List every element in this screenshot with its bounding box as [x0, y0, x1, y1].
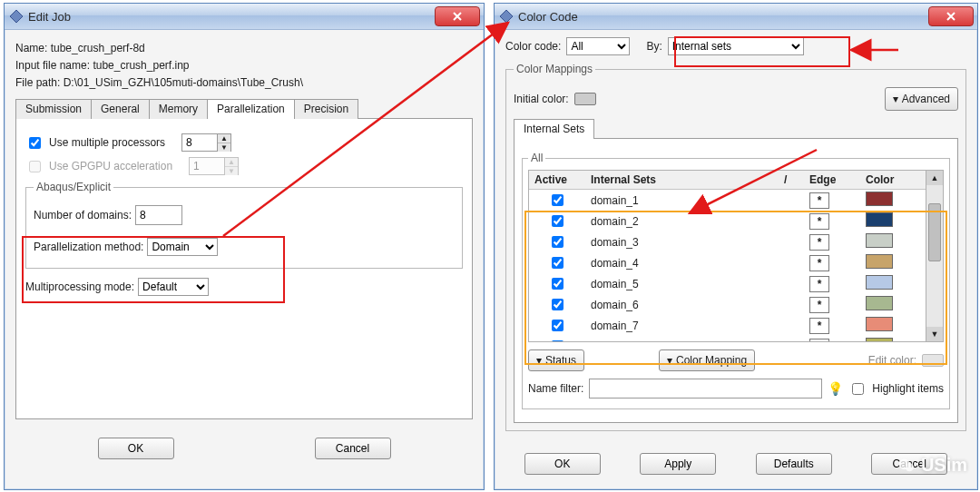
color-swatch[interactable]: [866, 233, 893, 248]
app-icon: [8, 10, 24, 23]
status-button[interactable]: ▾ Status: [528, 349, 584, 371]
col-internal-sets[interactable]: Internal Sets: [585, 171, 779, 190]
edge-style-button[interactable]: *: [809, 276, 829, 292]
scroll-down-icon[interactable]: ▼: [926, 327, 943, 341]
active-checkbox[interactable]: [552, 236, 564, 248]
edit-job-ok-button[interactable]: OK: [98, 438, 174, 459]
color-code-close-button[interactable]: [928, 6, 974, 26]
color-swatch[interactable]: [866, 338, 893, 341]
set-name-cell: domain_4: [585, 252, 779, 273]
color-swatch[interactable]: [866, 192, 893, 206]
table-row[interactable]: domain 8*: [529, 336, 926, 341]
color-swatch[interactable]: [866, 212, 893, 227]
col-color[interactable]: Color: [860, 171, 926, 190]
active-checkbox[interactable]: [552, 194, 564, 206]
active-checkbox[interactable]: [552, 320, 564, 331]
col-slash[interactable]: /: [779, 171, 804, 190]
tab-submission[interactable]: Submission: [15, 99, 92, 119]
active-checkbox[interactable]: [552, 278, 564, 290]
initial-color-swatch[interactable]: [574, 93, 596, 105]
active-checkbox[interactable]: [552, 215, 564, 227]
use-multiple-processors-label: Use multiple processors: [49, 136, 165, 149]
watermark-text: USim: [921, 455, 967, 476]
edit-job-title: Edit Job: [28, 10, 435, 24]
tab-precision[interactable]: Precision: [294, 99, 358, 119]
scroll-thumb[interactable]: [928, 203, 941, 261]
table-scrollbar[interactable]: ▲ ▼: [926, 171, 943, 341]
asterisk-icon: *: [818, 278, 822, 290]
wechat-icon: [897, 457, 916, 475]
triangle-down-icon: ▾: [893, 93, 898, 105]
use-multiple-processors-checkbox[interactable]: [29, 137, 41, 149]
color-swatch[interactable]: [866, 254, 893, 269]
scroll-up-icon[interactable]: ▲: [926, 171, 943, 185]
set-name-cell: domain_6: [585, 294, 779, 315]
color-mappings-label: Color Mappings: [514, 63, 595, 75]
set-name-cell: domain_7: [585, 315, 779, 336]
all-group-label: All: [528, 152, 545, 164]
col-active[interactable]: Active: [529, 171, 585, 190]
table-row[interactable]: domain_2*: [529, 211, 926, 231]
asterisk-icon: *: [818, 299, 822, 311]
input-file-value: tube_crush_perf.inp: [93, 59, 189, 72]
tab-internal-sets[interactable]: Internal Sets: [514, 119, 594, 139]
mp-mode-select[interactable]: Default: [138, 278, 209, 296]
use-gpgpu-label: Use GPGPU acceleration: [49, 160, 172, 172]
processors-count-spinner[interactable]: ▲ ▼: [181, 133, 231, 152]
table-row[interactable]: domain_3*: [529, 231, 926, 252]
spinner-down-icon[interactable]: ▼: [218, 143, 230, 152]
edit-job-titlebar: Edit Job: [5, 4, 484, 30]
all-group: All Active Internal Sets / Edge: [522, 152, 950, 409]
color-code-dialog: Color Code Color code: All By: Internal …: [494, 3, 978, 490]
edge-style-button[interactable]: *: [809, 234, 829, 251]
edit-job-close-button[interactable]: [435, 6, 480, 26]
edge-style-button[interactable]: *: [809, 255, 829, 271]
color-swatch[interactable]: [866, 317, 893, 331]
tab-parallelization[interactable]: Parallelization: [207, 99, 295, 119]
edge-style-button[interactable]: *: [809, 297, 829, 313]
table-row[interactable]: domain_5*: [529, 273, 926, 294]
use-gpgpu-checkbox: [29, 161, 41, 172]
edit-color-swatch: [922, 354, 944, 367]
asterisk-icon: *: [818, 320, 822, 332]
initial-color-label: Initial color:: [514, 93, 569, 105]
par-method-select[interactable]: Domain: [147, 238, 218, 256]
color-code-select[interactable]: All: [566, 37, 630, 55]
abaqus-explicit-label: Abaqus/Explicit: [34, 181, 113, 193]
highlight-items-checkbox[interactable]: [852, 383, 864, 395]
num-domains-input[interactable]: [135, 205, 182, 225]
tip-bulb-icon[interactable]: 💡: [828, 381, 843, 396]
active-checkbox[interactable]: [552, 257, 564, 269]
name-filter-input[interactable]: [589, 379, 822, 399]
table-row[interactable]: domain_1*: [529, 190, 926, 212]
svg-point-6: [906, 463, 914, 471]
color-code-ok-button[interactable]: OK: [524, 453, 601, 475]
edge-style-button[interactable]: *: [809, 339, 829, 342]
svg-marker-0: [10, 10, 23, 23]
color-code-apply-button[interactable]: Apply: [640, 453, 716, 475]
processors-count-value[interactable]: [181, 133, 217, 152]
color-code-defaults-button[interactable]: Defaults: [756, 453, 832, 475]
status-label: Status: [545, 354, 576, 367]
table-row[interactable]: domain_6*: [529, 294, 926, 315]
tab-general[interactable]: General: [91, 99, 150, 119]
tab-memory[interactable]: Memory: [149, 99, 208, 119]
active-checkbox[interactable]: [552, 340, 564, 341]
spinner-up-icon[interactable]: ▲: [218, 134, 230, 143]
table-row[interactable]: domain_7*: [529, 315, 926, 336]
edit-job-button-bar: OK Cancel: [5, 428, 484, 470]
edit-job-cancel-button[interactable]: Cancel: [315, 438, 391, 459]
set-name-cell: domain_2: [585, 211, 779, 231]
edge-style-button[interactable]: *: [809, 192, 829, 209]
table-row[interactable]: domain_4*: [529, 252, 926, 273]
color-swatch[interactable]: [866, 275, 893, 290]
col-edge[interactable]: Edge: [804, 171, 860, 190]
advanced-button[interactable]: ▾ Advanced: [885, 87, 958, 111]
by-select[interactable]: Internal sets: [668, 37, 804, 55]
color-swatch[interactable]: [866, 296, 893, 310]
spinner-up-icon: ▲: [225, 158, 238, 167]
active-checkbox[interactable]: [552, 299, 564, 310]
edge-style-button[interactable]: *: [809, 318, 829, 334]
color-mapping-button[interactable]: ▾ Color Mapping: [659, 349, 755, 371]
edge-style-button[interactable]: *: [809, 213, 829, 230]
